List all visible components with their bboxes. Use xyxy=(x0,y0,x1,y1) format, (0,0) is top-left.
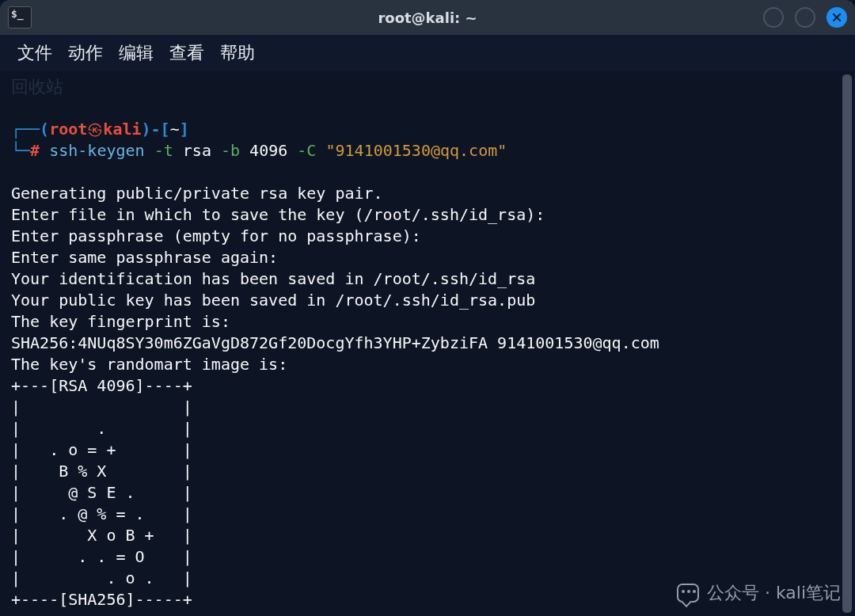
close-button[interactable] xyxy=(826,7,847,28)
maximize-icon xyxy=(800,12,811,23)
prompt-line-1: ┌──(root㉿kali)-[~] xyxy=(11,120,189,139)
randomart-line: +----[SHA256]-----+ xyxy=(11,590,192,609)
prompt-line-2: └─# ssh-keygen -t rsa -b 4096 -C "914100… xyxy=(11,141,507,160)
titlebar: $_ root@kali: ~ xyxy=(0,0,855,35)
output-line: The key fingerprint is: xyxy=(11,312,230,331)
randomart-line: | . o . | xyxy=(11,568,192,587)
randomart-line: | . | xyxy=(11,419,192,438)
minimize-icon xyxy=(768,12,779,23)
randomart-line: | X o B + | xyxy=(11,526,192,545)
minimize-button[interactable] xyxy=(763,7,784,28)
randomart-line: | B % X | xyxy=(11,462,192,481)
output-line: Your public key has been saved in /root/… xyxy=(11,291,535,310)
output-line: SHA256:4NUq8SY30m6ZGaVgD872Gf20DocgYfh3Y… xyxy=(11,333,659,352)
randomart-line: | . . = O | xyxy=(11,547,192,566)
output-line: Enter file in which to save the key (/ro… xyxy=(11,205,545,224)
terminal-area: 回收站 ┌──(root㉿kali)-[~] └─# ssh-keygen -t… xyxy=(0,71,855,616)
randomart-line: | | xyxy=(11,397,192,416)
app-icon: $_ xyxy=(8,6,32,29)
maximize-button[interactable] xyxy=(795,7,815,28)
output-line: Your identification has been saved in /r… xyxy=(11,269,535,288)
menu-action[interactable]: 动作 xyxy=(68,41,103,65)
output-line: Enter same passphrase again: xyxy=(11,248,278,267)
window-title: root@kali: ~ xyxy=(0,10,855,26)
randomart-line: | . @ % = . | xyxy=(11,504,192,523)
randomart-line: +---[RSA 4096]----+ xyxy=(11,376,192,395)
menu-help[interactable]: 帮助 xyxy=(220,41,255,65)
output-line: Enter passphrase (empty for no passphras… xyxy=(11,226,421,245)
randomart-line: | @ S E . | xyxy=(11,483,192,502)
terminal-window: $_ root@kali: ~ 文件 动作 编辑 查看 帮助 回收站 ┌──(r… xyxy=(0,0,855,616)
vertical-scrollbar[interactable] xyxy=(842,74,852,613)
randomart-line: | . o = + | xyxy=(11,440,192,459)
close-icon xyxy=(831,12,842,23)
desktop-ghost-label: 回收站 xyxy=(11,76,63,97)
window-controls xyxy=(763,7,847,28)
output-line: The key's randomart image is: xyxy=(11,355,287,374)
menu-file[interactable]: 文件 xyxy=(17,41,52,65)
terminal-output[interactable]: 回收站 ┌──(root㉿kali)-[~] └─# ssh-keygen -t… xyxy=(0,71,842,616)
menubar: 文件 动作 编辑 查看 帮助 xyxy=(0,35,855,71)
output-line: Generating public/private rsa key pair. xyxy=(11,184,383,203)
menu-edit[interactable]: 编辑 xyxy=(119,41,154,65)
menu-view[interactable]: 查看 xyxy=(169,41,204,65)
